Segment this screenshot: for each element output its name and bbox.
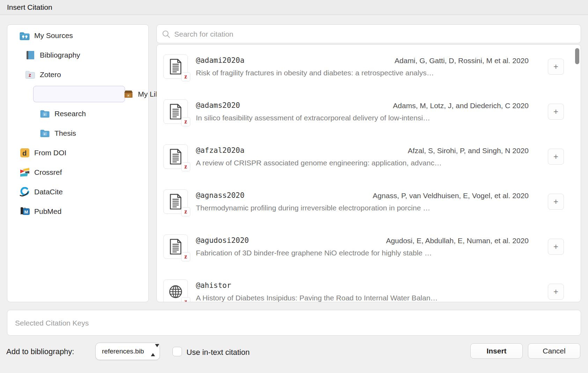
citation-row[interactable]: z @afzal2020a Afzal, S, Sirohi, P, and S… — [157, 144, 581, 169]
document-icon: z — [163, 189, 188, 214]
insert-citation-dialog: Insert Citation My Sources Bibl — [0, 0, 588, 373]
citation-row[interactable]: z @agudosi2020 Agudosi, E, Abdullah, E, … — [157, 234, 581, 259]
citation-authors: Afzal, S, Sirohi, P, and Singh, N 2020 — [408, 147, 529, 155]
book-icon — [25, 50, 36, 60]
sidebar-item-research[interactable]: z Research — [7, 106, 181, 122]
pubmed-icon: M — [19, 207, 30, 216]
citation-authors: Adams, M, Lotz, J, and Diederich, C 2020 — [393, 102, 529, 110]
add-to-bibliography-label: Add to bibliography: — [6, 347, 74, 356]
zotero-badge-icon: z — [181, 117, 190, 126]
insert-button[interactable]: Insert — [470, 343, 523, 359]
use-intext-citation-checkbox[interactable] — [172, 347, 182, 356]
citation-key: @adams2020 — [196, 101, 240, 110]
sidebar-item-label: Research — [54, 110, 86, 118]
doi-icon: d — [19, 148, 30, 158]
bibliography-file-value: references.bib — [102, 343, 144, 360]
zotero-collection-icon: z — [39, 128, 51, 138]
citation-list: z @adami2020a Adami, G, Gatti, D, Rossin… — [156, 44, 581, 302]
bibliography-file-select[interactable]: references.bib — [95, 343, 160, 360]
citation-row[interactable]: z @agnass2020 Agnass, P, van Veldhuisen,… — [157, 189, 581, 214]
svg-text:z: z — [44, 113, 46, 116]
search-input[interactable] — [174, 25, 576, 44]
library-box-icon: z — [123, 89, 134, 99]
sidebar-item-label: Crossref — [34, 168, 62, 177]
svg-text:z: z — [44, 132, 46, 136]
sidebar-item-datacite[interactable]: DataCite — [7, 184, 160, 200]
citation-authors: Agudosi, E, Abdullah, E, Numan, et al. 2… — [386, 237, 529, 245]
zotero-badge-icon: z — [181, 252, 190, 261]
sidebar-item-from-doi[interactable]: d From DOI — [7, 145, 160, 161]
document-icon: z — [163, 234, 188, 259]
cancel-button[interactable]: Cancel — [528, 343, 580, 359]
citation-key: @ahistor — [196, 281, 231, 290]
citation-authors: Agnass, P, van Veldhuisen, E, Vogel, et … — [373, 192, 529, 200]
stepper-icon — [151, 347, 155, 356]
add-citation-button[interactable]: + — [548, 194, 564, 210]
citation-title: In silico feasibility assessment of extr… — [196, 114, 430, 122]
citation-key: @afzal2020a — [196, 146, 244, 155]
citation-key: @agudosi2020 — [196, 236, 249, 245]
svg-text:d: d — [22, 149, 27, 157]
add-citation-button[interactable]: + — [548, 239, 564, 255]
sidebar-item-label: Thesis — [54, 129, 76, 137]
citation-row[interactable]: z @adami2020a Adami, G, Gatti, D, Rossin… — [157, 54, 581, 79]
zotero-badge-icon: z — [181, 162, 190, 171]
sidebar-item-label: PubMed — [34, 207, 61, 216]
sidebar-item-bibliography[interactable]: Bibliography — [7, 47, 166, 63]
search-bar — [156, 24, 581, 43]
svg-text:z: z — [29, 72, 31, 78]
citation-authors: Adami, G, Gatti, D, Rossini, M et al. 20… — [395, 57, 529, 65]
dialog-title: Insert Citation — [7, 0, 52, 15]
citation-title: A History of Diabetes Insipidus: Paving … — [196, 294, 438, 302]
zotero-badge-icon: z — [181, 72, 190, 81]
svg-text:z: z — [127, 94, 129, 97]
sidebar-item-label: My Sources — [34, 31, 73, 40]
sources-folder-icon — [19, 31, 30, 40]
title-bar: Insert Citation — [0, 0, 588, 15]
zotero-badge-icon: z — [181, 207, 190, 216]
sidebar-item-my-library[interactable]: z My Library — [7, 86, 172, 102]
citation-row[interactable]: z @adams2020 Adams, M, Lotz, J, and Died… — [157, 99, 581, 124]
svg-text:M: M — [24, 209, 28, 215]
add-citation-button[interactable]: + — [548, 59, 564, 75]
citation-key: @agnass2020 — [196, 191, 244, 200]
add-citation-button[interactable]: + — [548, 149, 564, 165]
zotero-folder-icon: z — [25, 70, 36, 80]
sources-sidebar: My Sources Bibliography z Zotero — [7, 24, 149, 302]
sidebar-item-zotero[interactable]: z Zotero — [7, 67, 166, 83]
selected-item-highlight — [33, 86, 125, 102]
add-citation-button[interactable]: + — [548, 284, 564, 300]
sidebar-item-crossref[interactable]: Crossref — [7, 164, 160, 180]
crossref-icon — [19, 167, 30, 177]
selected-citation-keys-input[interactable] — [14, 310, 574, 336]
citation-title: Fabrication of 3D binder-free graphene N… — [196, 249, 432, 257]
zotero-badge-icon: z — [181, 297, 190, 302]
zotero-collection-icon: z — [39, 109, 51, 119]
document-icon: z — [163, 54, 188, 79]
sidebar-item-my-sources[interactable]: My Sources — [7, 28, 160, 44]
sidebar-item-label: Bibliography — [40, 51, 80, 59]
document-icon: z — [163, 144, 188, 169]
add-citation-button[interactable]: + — [548, 104, 564, 120]
sidebar-item-pubmed[interactable]: M PubMed — [7, 203, 160, 219]
citation-title: Thermodynamic profiling during irreversi… — [196, 204, 430, 212]
search-icon — [162, 30, 171, 39]
citation-title: A review of CRISPR associated genome eng… — [196, 159, 442, 167]
sidebar-item-label: DataCite — [34, 188, 63, 196]
citation-row[interactable]: z @ahistor A History of Diabetes Insipid… — [157, 279, 581, 302]
globe-icon: z — [163, 279, 188, 302]
citation-title: Risk of fragility fractures in obesity a… — [196, 69, 434, 77]
sidebar-item-thesis[interactable]: z Thesis — [7, 125, 181, 141]
document-icon: z — [163, 99, 188, 124]
sidebar-item-label: From DOI — [34, 149, 66, 157]
datacite-icon — [19, 187, 30, 197]
sidebar-item-label: Zotero — [40, 70, 61, 79]
citation-key: @adami2020a — [196, 56, 244, 65]
use-intext-citation-label: Use in-text citation — [186, 348, 250, 357]
selected-keys-bar — [7, 310, 581, 336]
